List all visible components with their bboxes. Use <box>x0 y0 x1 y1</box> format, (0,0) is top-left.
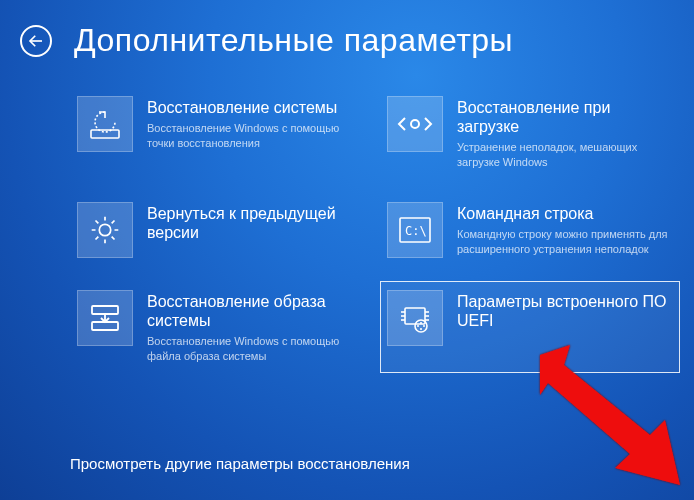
svg-point-16 <box>415 320 427 332</box>
see-more-options-link[interactable]: Просмотреть другие параметры восстановле… <box>70 455 410 472</box>
arrow-left-icon <box>27 32 45 50</box>
back-button[interactable] <box>20 25 52 57</box>
startup-repair-icon <box>387 96 443 152</box>
gear-icon <box>77 202 133 258</box>
tile-desc: Командную строку можно применять для рас… <box>457 227 669 257</box>
tile-desc: Устранение неполадок, мешающих загрузке … <box>457 140 669 170</box>
svg-rect-6 <box>92 306 118 314</box>
tile-title: Восстановление образа системы <box>147 292 359 330</box>
options-grid: Восстановление системы Восстановление Wi… <box>0 69 694 373</box>
system-image-icon <box>77 290 133 346</box>
tile-desc: Восстановление Windows с помощью точки в… <box>147 121 359 151</box>
svg-text:C:\: C:\ <box>405 224 427 238</box>
tile-title: Восстановление при загрузке <box>457 98 669 136</box>
command-prompt-icon: C:\ <box>387 202 443 258</box>
svg-rect-1 <box>91 130 119 138</box>
system-restore-icon <box>77 96 133 152</box>
tile-startup-repair[interactable]: Восстановление при загрузке Устранение н… <box>380 87 680 179</box>
tile-text: Параметры встроенного ПО UEFI <box>457 290 669 334</box>
tile-text: Командная строка Командную строку можно … <box>457 202 669 257</box>
svg-rect-9 <box>405 308 425 324</box>
tile-title: Командная строка <box>457 204 669 223</box>
tile-text: Восстановление при загрузке Устранение н… <box>457 96 669 170</box>
tile-command-prompt[interactable]: C:\ Командная строка Командную строку мо… <box>380 193 680 267</box>
tile-go-back[interactable]: Вернуться к предыдущей версии <box>70 193 370 267</box>
tile-title: Параметры встроенного ПО UEFI <box>457 292 669 330</box>
page-title: Дополнительные параметры <box>74 22 513 59</box>
tile-text: Вернуться к предыдущей версии <box>147 202 359 246</box>
svg-point-3 <box>99 224 110 235</box>
tile-system-restore[interactable]: Восстановление системы Восстановление Wi… <box>70 87 370 179</box>
tile-system-image-recovery[interactable]: Восстановление образа системы Восстановл… <box>70 281 370 373</box>
tile-text: Восстановление образа системы Восстановл… <box>147 290 359 364</box>
header: Дополнительные параметры <box>0 0 694 69</box>
tile-uefi-firmware[interactable]: Параметры встроенного ПО UEFI <box>380 281 680 373</box>
tile-title: Вернуться к предыдущей версии <box>147 204 359 242</box>
firmware-chip-icon <box>387 290 443 346</box>
tile-text: Восстановление системы Восстановление Wi… <box>147 96 359 151</box>
svg-point-2 <box>411 120 419 128</box>
tile-desc: Восстановление Windows с помощью файла о… <box>147 334 359 364</box>
tile-title: Восстановление системы <box>147 98 359 117</box>
